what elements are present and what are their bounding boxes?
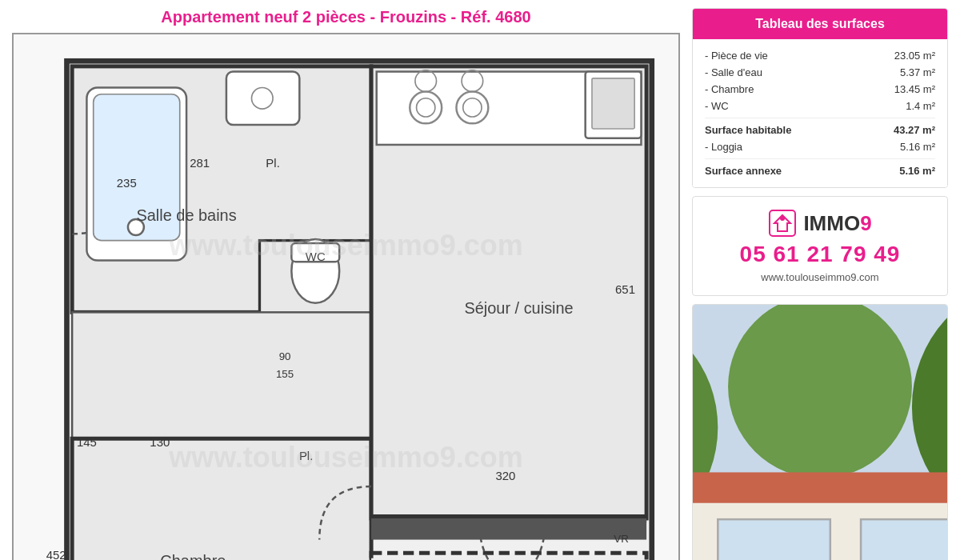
surface-row-salle-eau: - Salle d'eau 5.37 m² [705, 64, 935, 81]
page-title: Appartement neuf 2 pièces - Frouzins - R… [12, 8, 680, 26]
svg-text:Chambre: Chambre [160, 552, 226, 560]
svg-text:145: 145 [77, 435, 97, 449]
svg-text:320: 320 [495, 469, 515, 482]
svg-text:452: 452 [46, 548, 66, 560]
immo9-logo: IMMO9 [768, 209, 871, 238]
svg-text:VR: VR [614, 533, 628, 545]
surface-value-chambre: 13.45 m² [894, 83, 935, 95]
svg-text:WC: WC [306, 250, 326, 263]
contact-website[interactable]: www.toulouseimmo9.com [761, 271, 878, 283]
building-photo: Réf. 4680 [692, 304, 948, 560]
building-illustration [693, 305, 947, 560]
svg-text:Séjour / cuisine: Séjour / cuisine [464, 299, 573, 317]
svg-rect-60 [693, 472, 947, 502]
surface-value-annexe: 5.16 m² [899, 165, 935, 177]
surface-label-piece-de-vie: - Pièce de vie [705, 50, 768, 62]
surface-label-salle-eau: - Salle d'eau [705, 66, 762, 78]
surface-value-salle-eau: 5.37 m² [900, 66, 935, 78]
svg-text:Pl.: Pl. [266, 156, 279, 170]
svg-text:130: 130 [150, 435, 170, 449]
svg-rect-8 [371, 518, 646, 540]
surface-value-piece-de-vie: 23.05 m² [894, 50, 935, 62]
svg-rect-3 [72, 312, 371, 438]
svg-text:235: 235 [117, 176, 137, 190]
surface-row-habitable: Surface habitable 43.27 m² [705, 122, 935, 138]
svg-point-15 [251, 87, 273, 109]
immo9-brand-name: IMMO9 [803, 211, 871, 236]
surface-value-wc: 1.4 m² [906, 100, 935, 112]
surface-label-wc: - WC [705, 100, 729, 112]
phone-number[interactable]: 05 61 21 79 49 [740, 242, 901, 267]
floorplan-svg: Salle de bains Séjour / cuisine Chambre … [14, 34, 678, 560]
surface-row-wc: - WC 1.4 m² [705, 98, 935, 114]
svg-text:Pl.: Pl. [299, 449, 313, 462]
svg-rect-63 [861, 519, 947, 560]
svg-rect-6 [371, 553, 646, 560]
svg-text:90: 90 [279, 350, 291, 362]
surfaces-body: - Pièce de vie 23.05 m² - Salle d'eau 5.… [693, 39, 947, 187]
svg-text:Salle de bains: Salle de bains [136, 206, 236, 224]
surface-row-chambre: - Chambre 13.45 m² [705, 81, 935, 98]
right-section: Tableau des surfaces - Pièce de vie 23.0… [692, 8, 948, 560]
surface-label-chambre: - Chambre [705, 83, 754, 95]
surface-row-piece-de-vie: - Pièce de vie 23.05 m² [705, 47, 935, 64]
svg-point-53 [780, 216, 785, 221]
surface-value-loggia: 5.16 m² [900, 141, 935, 153]
floorplan-container: www.toulouseimmo9.com www.toulouseimmo9.… [12, 33, 680, 560]
surface-label-annexe: Surface annexe [705, 165, 782, 177]
surface-label-loggia: - Loggia [705, 141, 742, 153]
surface-row-loggia: - Loggia 5.16 m² [705, 138, 935, 155]
surface-value-habitable: 43.27 m² [894, 124, 935, 136]
svg-rect-26 [592, 78, 634, 129]
svg-rect-62 [718, 519, 830, 560]
surfaces-table: Tableau des surfaces - Pièce de vie 23.0… [692, 8, 948, 188]
svg-text:155: 155 [276, 368, 294, 380]
contact-box: IMMO9 05 61 21 79 49 www.toulouseimmo9.c… [692, 196, 948, 296]
svg-rect-4 [72, 438, 371, 560]
svg-text:281: 281 [190, 156, 210, 170]
surface-row-annexe: Surface annexe 5.16 m² [705, 162, 935, 179]
surfaces-header: Tableau des surfaces [693, 9, 947, 39]
svg-text:651: 651 [615, 282, 635, 296]
surface-label-habitable: Surface habitable [705, 124, 791, 136]
immo9-icon [768, 209, 797, 238]
left-section: Appartement neuf 2 pièces - Frouzins - R… [12, 8, 680, 560]
